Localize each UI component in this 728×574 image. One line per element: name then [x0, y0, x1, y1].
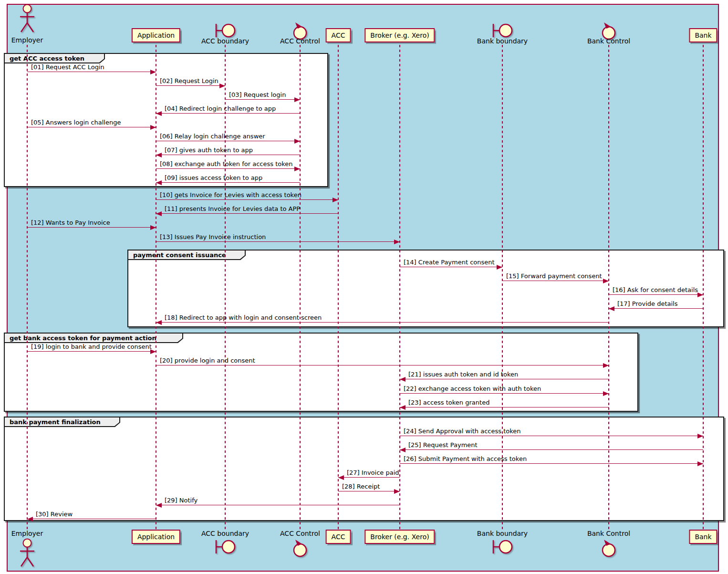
message-15-line — [502, 281, 609, 281]
message-12-line — [27, 227, 156, 228]
message-30-arrowhead-icon — [27, 517, 33, 522]
message-08-label: [08] exchange auth token for access toke… — [160, 160, 292, 167]
message-01-line — [27, 72, 156, 72]
message-04-arrowhead-icon — [156, 111, 162, 116]
participant-label-employer-footer: Employer — [11, 530, 43, 537]
message-02-line — [156, 85, 225, 86]
participant-application: Application — [132, 28, 180, 42]
message-04-line — [156, 113, 300, 114]
boundary-icon — [214, 538, 237, 555]
message-02-arrowhead-icon — [219, 83, 225, 88]
message-13-label: [13] Issues Pay Invoice instruction — [160, 233, 266, 240]
boundary-icon — [214, 22, 237, 39]
message-27-label: [27] Invoice paid — [347, 469, 399, 476]
message-19-label: [19] login to bank and provide consent — [31, 343, 152, 350]
message-07-arrowhead-icon — [156, 153, 162, 157]
participant-label-acc-control-footer: ACC Control — [280, 530, 320, 537]
message-20-label: [20] provide login and consent — [160, 357, 255, 364]
message-06-line — [156, 141, 300, 141]
message-28-arrowhead-icon — [394, 489, 400, 494]
participant-broker-footer: Broker (e.g. Xero) — [364, 530, 435, 544]
message-26-line — [400, 463, 703, 464]
message-09-line — [156, 182, 300, 183]
message-03-line — [225, 99, 300, 100]
message-16-arrowhead-icon — [697, 292, 703, 297]
message-13-line — [156, 241, 400, 242]
message-21-arrowhead-icon — [400, 377, 406, 382]
sequence-diagram: get ACC access token payment consent iss… — [0, 0, 728, 574]
lifeline-acc-boundary — [225, 45, 226, 530]
message-30-label: [30] Review — [36, 511, 73, 518]
message-07-label: [07] gives auth token to app — [165, 146, 253, 154]
boundary-icon — [491, 538, 514, 555]
message-26-arrowhead-icon — [697, 461, 703, 466]
message-16-line — [609, 294, 703, 295]
frame-tab: payment consent issuance — [127, 250, 246, 260]
message-06-label: [06] Relay login challenge answer — [160, 133, 265, 140]
message-03-arrowhead-icon — [294, 97, 300, 102]
message-01-label: [01] Request ACC Login — [31, 63, 104, 71]
lifeline-acc-control — [300, 45, 301, 530]
lifeline-acc — [338, 45, 339, 530]
message-29-label: [29] Notify — [165, 497, 198, 504]
lifeline-employer — [27, 45, 28, 530]
message-01-arrowhead-icon — [150, 70, 156, 74]
message-27-arrowhead-icon — [338, 475, 344, 480]
message-29-line — [156, 505, 400, 505]
message-22-line — [400, 393, 609, 394]
message-09-arrowhead-icon — [156, 180, 162, 185]
message-21-label: [21] issues auth token and id token — [408, 371, 518, 378]
message-18-arrowhead-icon — [156, 320, 162, 325]
participant-label-acc-boundary-footer: ACC boundary — [201, 530, 249, 537]
message-28-label: [28] Receipt — [342, 483, 380, 490]
frame-title: get ACC access token — [10, 55, 93, 62]
message-09-label: [09] issues access token to app — [165, 174, 262, 181]
actor-icon — [19, 538, 36, 568]
participant-label-bank-boundary: Bank boundary — [477, 37, 528, 45]
message-18-line — [156, 322, 609, 323]
message-12-label: [12] Wants to Pay Invoice — [31, 219, 110, 226]
control-icon — [291, 538, 309, 557]
message-22-label: [22] exchange access token with auth tok… — [404, 385, 541, 392]
message-20-line — [156, 365, 609, 365]
frame-title: get bank access token for payment action — [10, 334, 165, 342]
participant-application-footer: Application — [132, 530, 180, 544]
participant-label-bank-control-footer: Bank Control — [587, 530, 630, 537]
message-23-line — [400, 407, 609, 407]
message-15-label: [15] Forward payment consent — [506, 272, 602, 280]
message-14-arrowhead-icon — [497, 265, 502, 270]
participant-bank-footer: Bank — [689, 530, 717, 544]
actor-icon — [19, 4, 36, 33]
participant-acc-footer: ACC — [326, 530, 351, 544]
lifeline-bank — [703, 45, 704, 530]
message-05-label: [05] Answers login challenge — [31, 119, 121, 126]
lifeline-application — [156, 45, 156, 530]
message-17-arrowhead-icon — [609, 306, 614, 311]
message-11-label: [11] presents Invoice for Levies data to… — [165, 205, 300, 212]
message-25-arrowhead-icon — [400, 448, 406, 452]
message-24-line — [400, 436, 703, 436]
frame-tab: bank payment finalization — [4, 417, 120, 427]
participant-label-bank-control: Bank Control — [587, 37, 630, 45]
message-20-arrowhead-icon — [603, 363, 609, 368]
message-06-arrowhead-icon — [294, 139, 300, 144]
participant-label-bank-boundary-footer: Bank boundary — [477, 530, 528, 537]
message-04-label: [04] Redirect login challenge to app — [165, 105, 276, 112]
participant-acc: ACC — [326, 28, 351, 42]
control-icon — [600, 538, 617, 557]
message-05-line — [27, 127, 156, 127]
frame-title: payment consent issuance — [133, 251, 235, 259]
message-02-label: [02] Request Login — [160, 77, 218, 84]
lifeline-bank-control — [608, 45, 609, 530]
message-14-label: [14] Create Payment consent — [404, 259, 495, 266]
message-11-line — [156, 213, 338, 214]
message-12-arrowhead-icon — [150, 225, 156, 230]
boundary-icon — [491, 22, 514, 39]
message-10-label: [10] gets Invoice for Levies with access… — [160, 191, 302, 198]
message-08-line — [156, 168, 300, 169]
message-03-label: [03] Request login — [229, 91, 286, 98]
message-17-label: [17] Provide details — [617, 300, 677, 307]
message-08-arrowhead-icon — [294, 167, 300, 171]
participant-label-employer: Employer — [11, 36, 43, 44]
message-07-line — [156, 155, 300, 155]
